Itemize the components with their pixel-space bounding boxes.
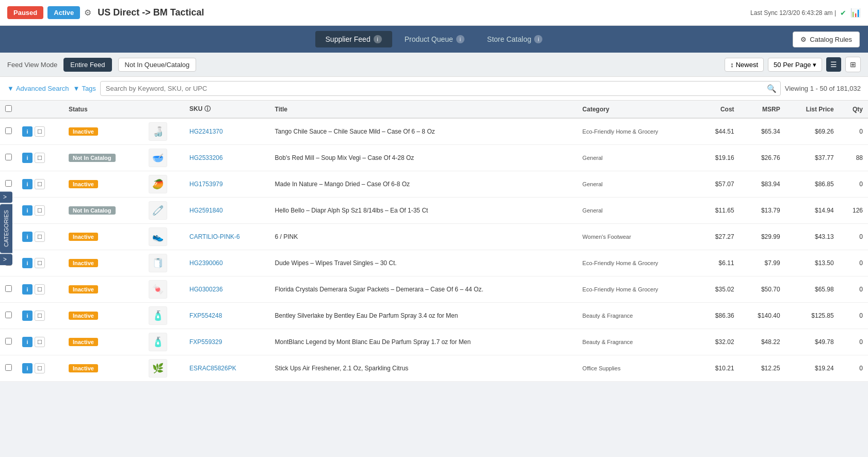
row-sku-cell: HG2390060 (184, 250, 270, 276)
row-title-cell: Stick Ups Air Freshener, 2.1 Oz, Sparkli… (270, 355, 577, 382)
row-info-button-2[interactable]: i (22, 179, 33, 189)
row-checkbox-9[interactable] (5, 364, 12, 371)
row-status-cell: Inactive (63, 118, 143, 145)
row-msrp-cell: $12.25 (740, 355, 785, 382)
row-checkbox-6[interactable] (5, 285, 12, 292)
categories-tab[interactable]: CATEGORIES (0, 204, 12, 253)
row-img-cell: 🌿 (143, 355, 184, 382)
product-image-2: 🥭 (149, 175, 167, 193)
sort-button[interactable]: ↕ Newest (725, 58, 764, 72)
row-qty-cell: 0 (839, 171, 868, 198)
row-cost-cell: $27.27 (698, 224, 740, 250)
row-info-button-0[interactable]: i (22, 126, 33, 137)
table-container: Status SKU ⓘ Title Category Cost MSRP Li… (0, 101, 868, 382)
row-sku-cell: HG1753979 (184, 171, 270, 198)
row-qty-cell: 126 (839, 198, 868, 224)
sync-check-icon: ✔ (840, 9, 846, 17)
row-list-price-cell: $19.24 (785, 355, 839, 382)
side-panel: > CATEGORIES > (0, 191, 12, 265)
row-title-cell: Dude Wipes – Wipes Travel Singles – 30 C… (270, 250, 577, 276)
row-checkbox-1[interactable] (5, 154, 12, 160)
row-actions-cell: i ☐ (17, 250, 63, 276)
status-badge-5: Inactive (69, 259, 98, 267)
status-badge-2: Inactive (69, 180, 98, 188)
row-menu-button-0[interactable]: ☐ (35, 126, 45, 137)
row-menu-button-5[interactable]: ☐ (35, 258, 45, 268)
row-msrp-cell: $26.76 (740, 145, 785, 171)
row-info-button-5[interactable]: i (22, 258, 33, 268)
per-page-button[interactable]: 50 Per Page ▾ (768, 58, 822, 72)
row-info-button-9[interactable]: i (22, 363, 33, 373)
table-row: i ☐ Inactive 🌿 ESRAC85826PK Stick Ups Ai… (0, 355, 868, 382)
row-checkbox-0[interactable] (5, 127, 12, 134)
search-input-wrap: 🔍 (100, 81, 781, 96)
tags-label: Tags (82, 85, 95, 92)
table-row: i ☐ Not In Catalog 🧷 HG2591840 Hello Bel… (0, 198, 868, 224)
list-view-button[interactable]: ☰ (826, 57, 841, 72)
active-button[interactable]: Active (47, 6, 80, 19)
side-panel-arrow-down[interactable]: > (0, 254, 12, 266)
top-bar: Paused Active ⚙ US Direct -> BM Tactical… (0, 0, 868, 26)
sort-label: Newest (736, 61, 758, 69)
col-category: Category (577, 101, 698, 118)
row-checkbox-7[interactable] (5, 312, 12, 318)
per-page-label: 50 Per Page (774, 61, 811, 69)
supplier-feed-info-icon[interactable]: i (374, 35, 382, 43)
row-sku-cell: HG0300236 (184, 276, 270, 303)
advanced-search-button[interactable]: ▼ Advanced Search (7, 85, 69, 92)
product-image-4: 👟 (149, 227, 167, 246)
row-img-cell: 🍶 (143, 118, 184, 145)
entire-feed-button[interactable]: Entire Feed (63, 58, 111, 72)
col-msrp: MSRP (740, 101, 785, 118)
search-submit-button[interactable]: 🔍 (767, 84, 777, 93)
catalog-rules-button[interactable]: ⚙ Catalog Rules (793, 31, 860, 47)
products-table: Status SKU ⓘ Title Category Cost MSRP Li… (0, 101, 868, 382)
tab-supplier-feed[interactable]: Supplier Feed i (315, 31, 392, 47)
store-catalog-info-icon[interactable]: i (534, 35, 542, 43)
row-menu-button-8[interactable]: ☐ (35, 337, 45, 347)
row-checkbox-cell (0, 329, 17, 355)
row-msrp-cell: $83.94 (740, 171, 785, 198)
row-info-button-8[interactable]: i (22, 337, 33, 347)
row-checkbox-cell (0, 303, 17, 329)
row-img-cell: 🥣 (143, 145, 184, 171)
not-in-queue-button[interactable]: Not In Queue/Catalog (118, 58, 197, 72)
side-panel-arrow-up[interactable]: > (0, 191, 12, 203)
row-menu-button-6[interactable]: ☐ (35, 284, 45, 295)
search-input[interactable] (100, 81, 781, 96)
row-menu-button-1[interactable]: ☐ (35, 153, 45, 163)
paused-button[interactable]: Paused (7, 6, 43, 19)
row-menu-button-9[interactable]: ☐ (35, 363, 45, 373)
table-row: i ☐ Inactive 🍶 HG2241370 Tango Chile Sau… (0, 118, 868, 145)
row-checkbox-8[interactable] (5, 338, 12, 345)
row-category-cell: Eco-Friendly Home & Grocery (577, 118, 698, 145)
row-info-button-3[interactable]: i (22, 205, 33, 216)
row-menu-button-3[interactable]: ☐ (35, 205, 45, 216)
search-icon: 🔍 (767, 84, 777, 93)
row-msrp-cell: $29.99 (740, 224, 785, 250)
row-menu-button-4[interactable]: ☐ (35, 232, 45, 242)
row-img-cell: 🧴 (143, 303, 184, 329)
row-status-cell: Not In Catalog (63, 198, 143, 224)
product-queue-info-icon[interactable]: i (456, 35, 464, 43)
row-info-button-7[interactable]: i (22, 311, 33, 321)
row-actions-cell: i ☐ (17, 329, 63, 355)
row-info-button-6[interactable]: i (22, 284, 33, 295)
chart-icon[interactable]: 📊 (850, 8, 861, 18)
tab-product-queue[interactable]: Product Queue i (394, 31, 475, 47)
row-title-cell: Hello Bello – Diapr Alph Sp Sz1 8/14lbs … (270, 198, 577, 224)
row-title-cell: Bob's Red Mill – Soup Mix Vegi – Case Of… (270, 145, 577, 171)
row-menu-button-7[interactable]: ☐ (35, 311, 45, 321)
row-info-button-1[interactable]: i (22, 153, 33, 163)
status-badge-7: Inactive (69, 312, 98, 320)
tags-button[interactable]: ▼ Tags (73, 85, 96, 92)
tab-store-catalog[interactable]: Store Catalog i (477, 31, 553, 47)
select-all-checkbox[interactable] (5, 105, 12, 112)
table-row: i ☐ Inactive 👟 CARTILIO-PINK-6 6 / PINK … (0, 224, 868, 250)
row-sku-cell: HG2533206 (184, 145, 270, 171)
grid-view-button[interactable]: ⊞ (845, 57, 861, 72)
row-menu-button-2[interactable]: ☐ (35, 179, 45, 189)
gear-icon[interactable]: ⚙ (84, 8, 91, 18)
row-info-button-4[interactable]: i (22, 232, 33, 242)
row-checkbox-2[interactable] (5, 180, 12, 187)
